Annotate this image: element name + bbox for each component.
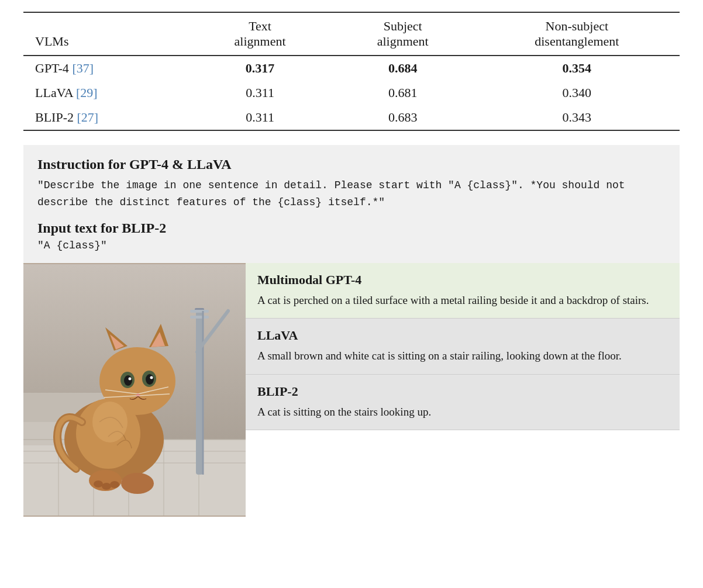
cat-image [23,263,246,517]
blip2-subject-align: 0.683 [332,105,474,130]
ref-blip2: [27] [77,110,99,124]
llava-output-name: LLaVA [257,328,668,343]
blip-output-text: A cat is sitting on the stairs looking u… [257,404,668,421]
bottom-section: Multimodal GPT-4 A cat is perched on a t… [23,263,680,517]
model-name-llava: LLaVA [29] [23,81,189,105]
col-header-text-align: Textalignment [189,12,332,56]
svg-point-41 [92,402,127,442]
table-row: LLaVA [29] 0.311 0.681 0.340 [23,81,680,105]
gpt4-nonsubject: 0.354 [474,56,680,81]
instruction-title: Instruction for GPT-4 & LLaVA [37,157,666,172]
input-text-body: "A {class}" [37,240,666,251]
table-row: BLIP-2 [27] 0.311 0.683 0.343 [23,105,680,130]
blip-output: BLIP-2 A cat is sitting on the stairs lo… [246,375,680,431]
gpt4-subject-align: 0.684 [332,56,474,81]
results-table: VLMs Textalignment Subjectalignment Non-… [23,12,680,131]
llava-output-text: A small brown and white cat is sitting o… [257,348,668,365]
llava-output: LLaVA A small brown and white cat is sit… [246,319,680,375]
svg-point-40 [110,481,119,488]
gpt4-output-name: Multimodal GPT-4 [257,272,668,288]
instruction-body: "Describe the image in one sentence in d… [37,177,666,211]
blip2-text-align: 0.311 [189,105,332,130]
svg-point-38 [94,480,103,487]
svg-rect-15 [190,316,209,319]
svg-point-39 [102,483,111,490]
table-row: GPT-4 [37] 0.317 0.684 0.354 [23,56,680,81]
gpt4-output: Multimodal GPT-4 A cat is perched on a t… [246,263,680,319]
svg-point-27 [124,375,132,386]
gpt4-text-align: 0.317 [189,56,332,81]
ref-gpt4: [37] [72,61,94,75]
col-header-vlms: VLMs [23,12,189,56]
cat-image-svg [23,263,246,517]
svg-rect-14 [190,310,209,313]
col-header-nonsubject: Non-subjectdisentanglement [474,12,680,56]
ref-llava: [29] [76,85,98,100]
gpt4-output-text: A cat is perched on a tiled surface with… [257,292,668,309]
table-section: VLMs Textalignment Subjectalignment Non-… [23,12,680,131]
svg-point-29 [129,377,132,380]
model-name-blip2: BLIP-2 [27] [23,105,189,130]
input-text-title: Input text for BLIP-2 [37,220,666,236]
blip2-nonsubject: 0.343 [474,105,680,130]
model-name-gpt4: GPT-4 [37] [23,56,189,81]
llava-text-align: 0.311 [189,81,332,105]
col-header-subject-align: Subjectalignment [332,12,474,56]
svg-point-28 [146,374,154,385]
svg-rect-12 [196,311,203,475]
model-outputs: Multimodal GPT-4 A cat is perched on a t… [246,263,680,517]
svg-point-37 [121,473,154,494]
svg-point-30 [150,376,153,379]
blip-output-name: BLIP-2 [257,384,668,399]
instruction-section: Instruction for GPT-4 & LLaVA "Describe … [23,145,680,263]
llava-subject-align: 0.681 [332,81,474,105]
page-wrapper: VLMs Textalignment Subjectalignment Non-… [0,0,703,528]
llava-nonsubject: 0.340 [474,81,680,105]
